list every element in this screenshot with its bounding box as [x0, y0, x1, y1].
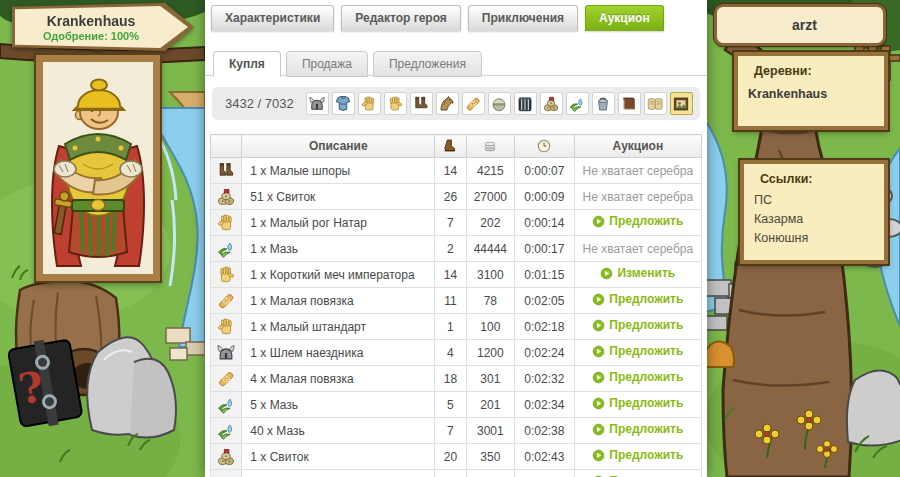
- subtab-sell[interactable]: Продажа: [286, 51, 368, 77]
- time-remaining: 0:02:18: [515, 314, 575, 340]
- current-price: 3001: [466, 418, 514, 444]
- main-tabs: ХарактеристикиРедактор герояПриключенияА…: [211, 5, 664, 31]
- subtab-offers[interactable]: Предложения: [373, 51, 482, 77]
- auction-action-label[interactable]: Предложить: [609, 318, 683, 332]
- auction-action-label: Не хватает серебра: [583, 242, 694, 256]
- place-bid-button[interactable]: Предложить: [592, 292, 683, 306]
- quick-link-stable[interactable]: Конюшня: [754, 229, 874, 248]
- auction-row: 1 х Короткий меч императора 14 3100 0:01…: [211, 262, 702, 288]
- time-remaining: 0:02:24: [515, 340, 575, 366]
- item-description: 1 х Короткий меч императора: [242, 262, 435, 288]
- artwork-filter-icon[interactable]: [670, 92, 693, 115]
- helmet-filter-icon[interactable]: [306, 92, 329, 115]
- place-bid-button[interactable]: Предложить: [592, 448, 683, 462]
- auction-action-label[interactable]: Предложить: [609, 344, 683, 358]
- time-remaining: 0:00:09: [515, 184, 575, 210]
- item-icon-column-header: [211, 135, 242, 158]
- time-remaining: 0:00:17: [515, 236, 575, 262]
- tab-adventures[interactable]: Приключения: [468, 5, 578, 31]
- horse-filter-icon[interactable]: [436, 92, 459, 115]
- current-price: 44444: [466, 236, 514, 262]
- villages-title: Деревни:: [754, 64, 812, 78]
- bid-count: 11: [435, 288, 466, 314]
- scroll-bundle-icon: [211, 447, 241, 467]
- bid-arrow-icon: [592, 371, 605, 384]
- left-hand-icon: [211, 213, 241, 233]
- approval-label: Одобрение: 100%: [43, 30, 139, 42]
- armor-filter-icon[interactable]: [332, 92, 355, 115]
- place-bid-button[interactable]: Предложить: [592, 214, 683, 228]
- village-link-krankenhaus[interactable]: Krankenhaus: [748, 87, 874, 101]
- item-description: 4 х Малая повязка: [242, 366, 435, 392]
- quick-link-barracks[interactable]: Казарма: [754, 210, 874, 229]
- tablets-filter-icon[interactable]: [644, 92, 667, 115]
- time-column-header: [515, 135, 575, 158]
- auction-action-label[interactable]: Предложить: [609, 214, 683, 228]
- hero-auction-page: ?: [0, 0, 900, 477]
- boots-icon: [211, 161, 241, 181]
- bid-count: 5: [435, 392, 466, 418]
- time-remaining: 0:02:43: [515, 444, 575, 470]
- left-hand-filter-icon[interactable]: [358, 92, 381, 115]
- item-description: 51 х Свиток: [242, 184, 435, 210]
- bandage-icon: [211, 369, 241, 389]
- ointment-icon: [211, 421, 241, 441]
- cage-filter-icon[interactable]: [514, 92, 537, 115]
- village-name: Krankenhaus: [47, 13, 136, 29]
- change-bid-button[interactable]: Изменить: [600, 266, 675, 280]
- scroll-bundle-filter-icon[interactable]: [540, 92, 563, 115]
- place-bid-button[interactable]: Предложить: [592, 318, 683, 332]
- current-price: 78: [466, 288, 514, 314]
- item-description: 1 х Мазь: [242, 236, 435, 262]
- place-bid-button[interactable]: Предложить: [592, 396, 683, 410]
- auction-row: 1 х Свиток 20 350 0:02:43 Предложить: [211, 444, 702, 470]
- village-sign: Krankenhaus Одобрение: 100%: [12, 3, 194, 51]
- bid-count: 26: [435, 184, 466, 210]
- auction-action-label[interactable]: Предложить: [609, 370, 683, 384]
- quick-links-list: ПСКазармаКонюшня: [754, 191, 874, 248]
- tab-auction[interactable]: Аукцион: [585, 5, 664, 31]
- auction-action-label[interactable]: Предложить: [609, 396, 683, 410]
- player-name: arzt: [792, 17, 817, 33]
- subtab-buy[interactable]: Купля: [213, 51, 281, 77]
- auction-action-label: Не хватает серебра: [583, 190, 694, 204]
- quick-link-ps[interactable]: ПС: [754, 191, 874, 210]
- auction-action-label[interactable]: Предложить: [609, 292, 683, 306]
- right-hand-filter-icon[interactable]: [384, 92, 407, 115]
- tab-characteristics[interactable]: Характеристики: [211, 5, 334, 31]
- table-header-row: Описание Аукцион: [211, 135, 702, 158]
- left-hand-icon: [211, 317, 241, 337]
- silver-balance: 3432 / 7032: [221, 96, 294, 111]
- place-bid-button[interactable]: Предложить: [592, 344, 683, 358]
- current-price: 61: [466, 470, 514, 477]
- hero-portrait[interactable]: [36, 55, 160, 281]
- auction-row: 1 х Мазь 2 61 0:02:45 Предложить: [211, 470, 702, 477]
- tab-hero-editor[interactable]: Редактор героя: [341, 5, 461, 31]
- auction-action-label[interactable]: Изменить: [617, 266, 675, 280]
- place-bid-button[interactable]: Предложить: [592, 370, 683, 384]
- boots-filter-icon[interactable]: [410, 92, 433, 115]
- auction-row: 1 х Мазь 2 44444 0:00:17 Не хватает сере…: [211, 236, 702, 262]
- item-description: 1 х Шлем наездника: [242, 340, 435, 366]
- book-filter-icon[interactable]: [618, 92, 641, 115]
- auction-action: Не хватает серебра: [583, 190, 694, 204]
- bandage-filter-icon[interactable]: [462, 92, 485, 115]
- bid-arrow-icon: [592, 293, 605, 306]
- clock-icon: [536, 138, 552, 152]
- auction-action-label: Не хватает серебра: [583, 164, 694, 178]
- bucket-filter-icon[interactable]: [592, 92, 615, 115]
- auction-row: 1 х Малая повязка 11 78 0:02:05 Предложи…: [211, 288, 702, 314]
- ointment-filter-icon[interactable]: [566, 92, 589, 115]
- bid-count: 2: [435, 470, 466, 477]
- place-bid-button[interactable]: Предложить: [592, 422, 683, 436]
- current-price: 4215: [466, 158, 514, 184]
- time-remaining: 0:02:32: [515, 366, 575, 392]
- villages-panel: Деревни: Krankenhaus: [734, 52, 888, 130]
- auction-action-label[interactable]: Предложить: [609, 448, 683, 462]
- auction-action-label[interactable]: Предложить: [609, 422, 683, 436]
- current-price: 100: [466, 314, 514, 340]
- auction-row: 1 х Шлем наездника 4 1200 0:02:24 Предло…: [211, 340, 702, 366]
- bid-arrow-icon: [592, 423, 605, 436]
- salve-filter-icon[interactable]: [488, 92, 511, 115]
- auction-row: 51 х Свиток 26 27000 0:00:09 Не хватает …: [211, 184, 702, 210]
